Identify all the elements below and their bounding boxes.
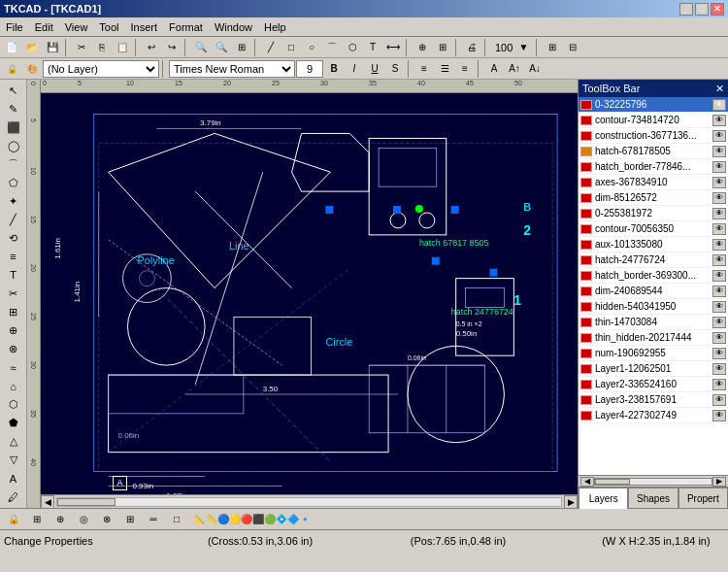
font-size-input[interactable]	[296, 60, 323, 78]
toolbox-item-11[interactable]: hatch_border-369300...👁	[579, 268, 728, 284]
eye-button-10[interactable]: 👁	[712, 254, 726, 266]
osnap-toggle[interactable]: ⊗	[97, 511, 116, 528]
tool-trim[interactable]: ✂	[3, 286, 24, 303]
font-name-selector[interactable]: Times New Roman	[169, 60, 295, 78]
menu-file[interactable]: File	[0, 19, 29, 35]
open-button[interactable]: 📂	[22, 39, 42, 56]
tool-hex[interactable]: ⬡	[3, 396, 24, 414]
eye-button-4[interactable]: 👁	[712, 161, 726, 173]
zoom-fit-button[interactable]: ⊞	[232, 39, 251, 56]
tool-tri-dn[interactable]: ▽	[3, 452, 24, 469]
tab-layers[interactable]: Layers	[579, 488, 628, 509]
toolbox-item-16[interactable]: num-190692955👁	[579, 346, 728, 361]
eye-button-3[interactable]: 👁	[712, 146, 726, 157]
tool-star[interactable]: ✦	[3, 192, 24, 210]
save-button[interactable]: 💾	[43, 39, 62, 56]
toolbox-item-7[interactable]: 0-255381972👁	[579, 206, 728, 221]
ortho-toggle[interactable]: ⊕	[50, 511, 70, 528]
zoom-dropdown[interactable]: ▼	[513, 39, 533, 56]
eye-button-11[interactable]: 👁	[712, 270, 726, 282]
scroll-thumb-h[interactable]	[57, 498, 116, 506]
eye-button-8[interactable]: 👁	[712, 223, 726, 235]
toolbox-item-9[interactable]: aux-101335080👁	[579, 237, 728, 252]
scroll-right-toolbox[interactable]: ▶	[712, 477, 726, 487]
toolbox-scroll-thumb[interactable]	[595, 479, 630, 485]
toolbox-item-8[interactable]: contour-70056350👁	[579, 221, 728, 237]
eye-button-1[interactable]: 👁	[712, 115, 726, 126]
scroll-left-btn[interactable]: ◀	[41, 495, 54, 509]
lw-toggle[interactable]: ═	[144, 511, 163, 528]
eye-button-19[interactable]: 👁	[712, 394, 726, 406]
toolbox-item-10[interactable]: hatch-24776724👁	[579, 252, 728, 268]
tool-snap[interactable]: ⊕	[3, 322, 24, 340]
tool-line[interactable]: ╱	[3, 211, 24, 228]
tool-pen[interactable]: 🖊	[3, 488, 24, 506]
toolbox-item-1[interactable]: contour-734814720👁	[579, 113, 728, 128]
strikethrough-button[interactable]: S	[385, 60, 405, 78]
tab-properties[interactable]: Propert	[678, 488, 728, 509]
tool-label-a[interactable]: A	[3, 470, 24, 488]
toolbox-item-2[interactable]: construction-3677136...👁	[579, 128, 728, 144]
align-left[interactable]: ≡	[414, 60, 434, 78]
toolbox-item-13[interactable]: hidden-540341950👁	[579, 299, 728, 315]
new-button[interactable]: 📄	[2, 39, 21, 56]
eye-button-6[interactable]: 👁	[712, 192, 726, 204]
eye-button-12[interactable]: 👁	[712, 286, 726, 297]
poly-button[interactable]: ⬡	[343, 39, 362, 56]
circle-button[interactable]: ○	[302, 39, 321, 56]
menu-view[interactable]: View	[59, 19, 94, 35]
tool-draw[interactable]: ✎	[3, 100, 24, 118]
eye-button-0[interactable]: 👁	[712, 99, 726, 111]
cad-drawing-area[interactable]: Polyline Line Circle 3.79in	[41, 93, 578, 508]
close-button[interactable]: ✕	[711, 3, 724, 16]
view-btn1[interactable]: ⊞	[543, 39, 562, 56]
toolbox-item-14[interactable]: thin-14703084👁	[579, 315, 728, 330]
scroll-track-h[interactable]	[56, 497, 562, 507]
arc-button[interactable]: ⌒	[322, 39, 342, 56]
italic-button[interactable]: I	[345, 60, 364, 78]
tool-arc[interactable]: ⌒	[3, 155, 24, 173]
dim-button[interactable]: ⟷	[383, 39, 403, 56]
toolbox-item-5[interactable]: axes-367834910👁	[579, 175, 728, 190]
minimize-button[interactable]: _	[679, 3, 693, 16]
tab-shapes[interactable]: Shapes	[628, 488, 678, 509]
toolbox-item-17[interactable]: Layer1-12062501👁	[579, 361, 728, 377]
copy-button[interactable]: ⎘	[92, 39, 112, 56]
toolbox-item-0[interactable]: 0-32225796👁	[579, 97, 728, 113]
layer-selector[interactable]: (No Layer)	[43, 60, 159, 78]
tool-wave[interactable]: ≈	[3, 359, 24, 377]
paste-button[interactable]: 📋	[113, 39, 132, 56]
eye-button-18[interactable]: 👁	[712, 379, 726, 390]
zoom-out-button[interactable]: 🔍	[212, 39, 231, 56]
snap-toggle[interactable]: 🔒	[4, 511, 23, 528]
toolbox-item-4[interactable]: hatch_border-77846...👁	[579, 159, 728, 175]
toolbox-item-12[interactable]: dim-240689544👁	[579, 284, 728, 299]
tool-hatch[interactable]: ≡	[3, 248, 24, 265]
tool-rotate[interactable]: ⟲	[3, 229, 24, 247]
eye-button-14[interactable]: 👁	[712, 317, 726, 328]
align-center[interactable]: ☰	[435, 60, 454, 78]
eye-button-17[interactable]: 👁	[712, 363, 726, 375]
menu-tool[interactable]: Tool	[93, 19, 124, 35]
menu-help[interactable]: Help	[258, 19, 292, 35]
bold-button[interactable]: B	[324, 60, 344, 78]
text-button[interactable]: T	[363, 39, 382, 56]
toolbox-item-6[interactable]: dim-85126572👁	[579, 190, 728, 206]
eye-button-7[interactable]: 👁	[712, 208, 726, 219]
snap-button[interactable]: ⊕	[413, 39, 432, 56]
toolbox-item-20[interactable]: Layer4-227302749👁	[579, 408, 728, 423]
text-size-up[interactable]: A↑	[505, 60, 524, 78]
redo-button[interactable]: ↪	[162, 39, 182, 56]
tool-rect[interactable]: ⬛	[3, 118, 24, 136]
undo-button[interactable]: ↩	[142, 39, 161, 56]
toolbox-item-18[interactable]: Layer2-336524160👁	[579, 377, 728, 392]
scroll-right-btn[interactable]: ▶	[564, 495, 578, 509]
toolbox-item-15[interactable]: thin_hidden-20217444👁	[579, 330, 728, 346]
h-scrollbar[interactable]: ◀ ▶	[41, 494, 578, 508]
menu-insert[interactable]: Insert	[125, 19, 164, 35]
zoom-in-button[interactable]: 🔍	[191, 39, 211, 56]
toolbox-scrollbar[interactable]: ◀ ▶	[579, 475, 728, 487]
eye-button-5[interactable]: 👁	[712, 177, 726, 188]
tool-house[interactable]: ⌂	[3, 378, 24, 395]
eye-button-20[interactable]: 👁	[712, 410, 726, 421]
